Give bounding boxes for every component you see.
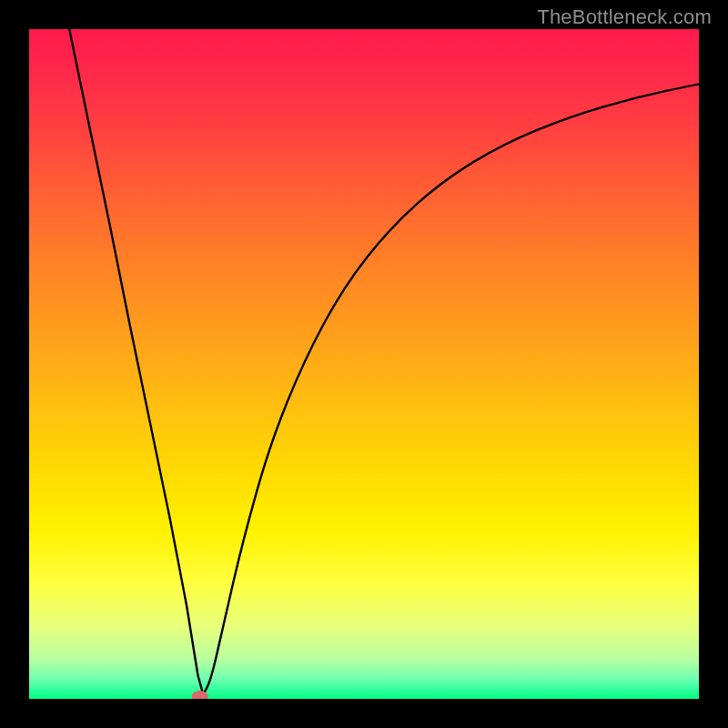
curve-svg (29, 29, 699, 699)
watermark-text: TheBottleneck.com (537, 5, 712, 29)
chart-frame: TheBottleneck.com (0, 0, 728, 728)
plot-area (29, 29, 699, 699)
bottleneck-curve (69, 29, 699, 695)
